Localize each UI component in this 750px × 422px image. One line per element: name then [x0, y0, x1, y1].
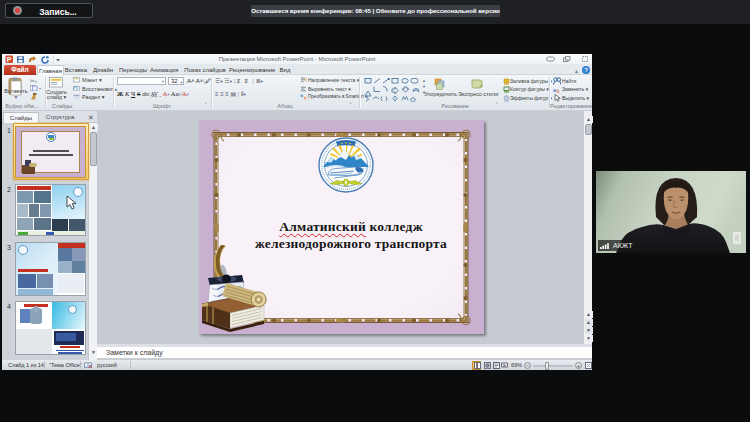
svg-text:P: P: [7, 56, 12, 63]
svg-text:b: b: [557, 88, 560, 94]
svg-text:▾: ▾: [39, 86, 41, 91]
